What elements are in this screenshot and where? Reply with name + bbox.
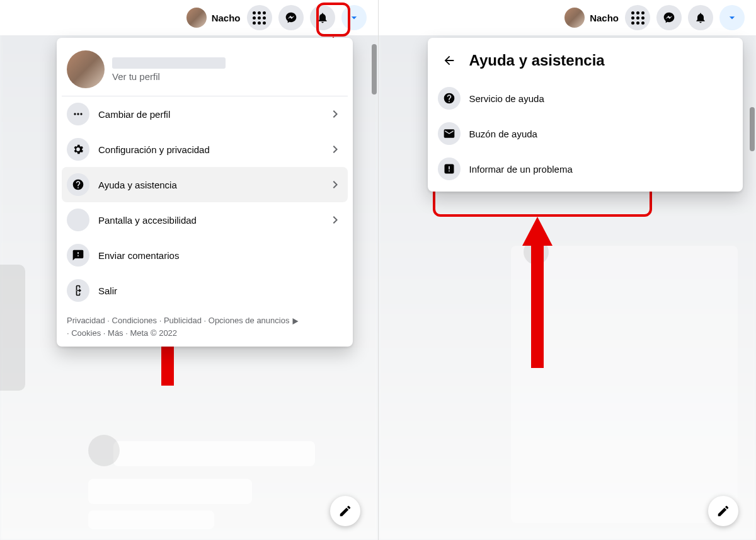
menu-label: Enviar comentarios: [98, 250, 343, 261]
top-bar: Nacho: [379, 0, 757, 35]
avatar-icon: [67, 50, 105, 88]
profile-sublabel: Ver tu perfil: [112, 71, 226, 82]
right-screenshot: Nacho Ayuda y asistencia: [378, 0, 757, 540]
account-caret-button[interactable]: [719, 5, 745, 30]
menu-settings-privacy[interactable]: Configuración y privacidad: [62, 132, 348, 167]
svg-point-4: [77, 113, 79, 115]
user-name: Nacho: [212, 13, 241, 23]
bell-icon: [694, 11, 707, 24]
menu-label: Pantalla y accesibilidad: [98, 215, 319, 226]
menu-label: Configuración y privacidad: [98, 144, 319, 155]
compose-icon: [338, 504, 352, 518]
footer-link[interactable]: Publicidad: [157, 316, 202, 325]
scrollbar-thumb[interactable]: [372, 44, 377, 95]
compose-button[interactable]: [330, 496, 360, 526]
chevron-right-icon: [328, 177, 343, 192]
menu-help-support[interactable]: Ayuda y asistencia: [62, 167, 348, 202]
caret-down-icon: [726, 11, 738, 24]
svg-point-5: [80, 113, 82, 115]
submenu-support-inbox[interactable]: Buzón de ayuda: [433, 116, 738, 151]
menu-label: Salir: [98, 285, 343, 296]
submenu-header: Ayuda y asistencia: [433, 43, 738, 81]
menu-label: Buzón de ayuda: [469, 129, 733, 139]
svg-rect-11: [449, 171, 450, 172]
footer-link[interactable]: Más: [101, 328, 123, 338]
adchoices-icon: [292, 318, 299, 325]
messenger-button[interactable]: [656, 5, 682, 30]
user-chip[interactable]: Nacho: [186, 8, 241, 28]
menu-label: Servicio de ayuda: [469, 93, 733, 104]
grid-icon: [253, 11, 266, 25]
user-name: Nacho: [590, 13, 619, 23]
bell-icon: [316, 11, 329, 24]
menu-display-accessibility[interactable]: Pantalla y accesibilidad: [62, 202, 348, 238]
scrollbar-thumb[interactable]: [750, 107, 755, 151]
menu-label: Informar de un problema: [469, 164, 733, 175]
notifications-button[interactable]: [688, 5, 713, 30]
compose-icon: [716, 504, 730, 518]
compose-button[interactable]: [708, 496, 738, 526]
footer-link[interactable]: Condiciones: [105, 316, 157, 325]
logout-icon: [67, 279, 89, 302]
avatar-icon: [186, 8, 207, 28]
caret-down-icon: [348, 11, 360, 24]
gear-icon: [67, 138, 89, 161]
notifications-button[interactable]: [310, 5, 335, 30]
menu-switch-profile[interactable]: Cambiar de perfil: [62, 96, 348, 132]
footer-link[interactable]: Cookies: [67, 328, 101, 338]
chevron-right-icon: [328, 142, 343, 157]
report-icon: [438, 158, 461, 180]
profile-name-redacted: [112, 57, 226, 69]
messenger-icon: [663, 11, 675, 24]
dropdown-footer: PrivacidadCondicionesPublicidadOpciones …: [62, 308, 348, 342]
footer-link[interactable]: Opciones de anuncios: [202, 316, 290, 325]
messenger-icon: [285, 11, 297, 24]
account-dropdown: Ver tu perfil Cambiar de perfil Configur…: [57, 38, 353, 347]
top-bar: Nacho: [0, 0, 378, 35]
menu-logout[interactable]: Salir: [62, 273, 348, 308]
dots-icon: [67, 103, 89, 125]
messenger-button[interactable]: [278, 5, 304, 30]
footer-company: Meta © 2022: [123, 328, 177, 338]
chevron-right-icon: [328, 106, 343, 122]
menu-label: Ayuda y asistencia: [98, 180, 319, 190]
feedback-icon: [67, 244, 89, 267]
moon-icon: [67, 209, 89, 231]
svg-rect-10: [449, 166, 450, 169]
submenu-title: Ayuda y asistencia: [469, 52, 605, 69]
account-caret-button[interactable]: [341, 5, 367, 30]
grid-icon: [631, 11, 644, 25]
submenu-report-problem[interactable]: Informar de un problema: [433, 151, 738, 187]
left-screenshot: Nacho: [0, 0, 378, 540]
chevron-right-icon: [328, 212, 343, 227]
menu-feedback[interactable]: Enviar comentarios: [62, 238, 348, 273]
inbox-icon: [438, 122, 461, 145]
back-button[interactable]: [438, 49, 461, 72]
submenu-help-center[interactable]: Servicio de ayuda: [433, 81, 738, 116]
arrow-left-icon: [442, 54, 456, 67]
menu-grid-button[interactable]: [247, 5, 272, 30]
help-icon: [438, 87, 461, 110]
menu-grid-button[interactable]: [625, 5, 650, 30]
profile-row[interactable]: Ver tu perfil: [62, 43, 348, 96]
help-support-submenu: Ayuda y asistencia Servicio de ayuda Buz…: [428, 38, 743, 192]
svg-point-3: [74, 113, 76, 115]
footer-link[interactable]: Privacidad: [67, 316, 105, 325]
avatar-icon: [564, 8, 585, 28]
help-icon: [67, 173, 89, 196]
user-chip[interactable]: Nacho: [564, 8, 619, 28]
menu-label: Cambiar de perfil: [98, 109, 319, 120]
